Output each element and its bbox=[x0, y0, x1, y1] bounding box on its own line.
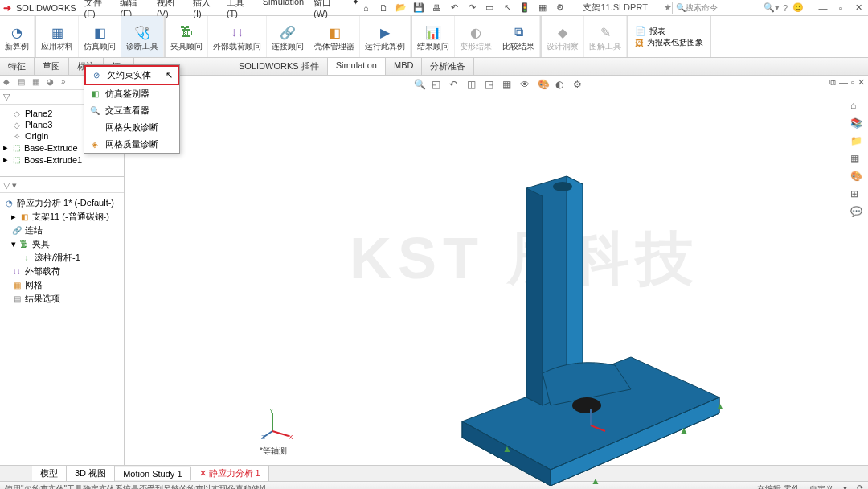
file-explorer-icon[interactable]: 📁 bbox=[850, 135, 865, 150]
svg-text:▲: ▲ bbox=[591, 475, 600, 486]
traffic-icon[interactable]: 🚦 bbox=[518, 2, 531, 14]
doc-close-icon[interactable]: ✕ bbox=[858, 77, 865, 88]
print-icon[interactable]: 🖶 bbox=[430, 2, 443, 14]
property-icon[interactable]: ▤ bbox=[18, 77, 29, 88]
gear-icon[interactable]: ⚙ bbox=[554, 2, 567, 14]
tab-simulation[interactable]: Simulation bbox=[328, 58, 386, 75]
tab-mbd[interactable]: MBD bbox=[386, 58, 422, 75]
tree-boss-extrude[interactable]: ▸⬚Boss-Extrude1 bbox=[2, 154, 122, 166]
graphics-viewport[interactable]: 🔍 ◰ ↶ ◫ ◳ ▦ 👁 🎨 ◐ ⚙ ⧉ — ▫ ✕ KST 辰科技 bbox=[125, 76, 868, 465]
save-icon[interactable]: 💾 bbox=[412, 2, 425, 14]
dropdown-interactive-viewer[interactable]: 🔍交互查看器 bbox=[84, 102, 179, 119]
part-model[interactable]: ▲ ▲ ▲ ▲ bbox=[390, 148, 743, 486]
tab-analysis-prep[interactable]: 分析准备 bbox=[422, 58, 474, 75]
diagnostic-tool-button[interactable]: 🩺诊断工具 bbox=[121, 16, 164, 57]
coordinate-triad[interactable]: Y X Z bbox=[261, 407, 293, 441]
close-icon[interactable]: ✕ bbox=[852, 2, 865, 14]
display-icon[interactable]: ◕ bbox=[47, 77, 58, 88]
section-icon[interactable]: ◫ bbox=[467, 79, 481, 93]
report-button[interactable]: 📄报表 bbox=[635, 26, 703, 37]
minimize-icon[interactable]: — bbox=[817, 2, 829, 14]
filter-row-2[interactable]: ▽ ▾ bbox=[0, 179, 124, 193]
new-doc-icon[interactable]: 🗋 bbox=[377, 2, 390, 14]
user-icon[interactable]: 🙂 bbox=[792, 2, 804, 13]
select-icon[interactable]: ▭ bbox=[483, 2, 496, 14]
tree-fixtures[interactable]: ▾🗜夹具 bbox=[2, 237, 122, 251]
doc-window-controls: ⧉ — ▫ ✕ bbox=[829, 77, 865, 88]
shell-manager-button[interactable]: ◧壳体管理器 bbox=[309, 16, 360, 57]
help-icon[interactable]: ? bbox=[783, 3, 788, 13]
connections-advisor-button[interactable]: 🔗连接顾问 bbox=[267, 16, 309, 57]
tree-connections[interactable]: 🔗连结 bbox=[2, 224, 122, 237]
results-advisor-button[interactable]: 📊结果顾问 bbox=[412, 16, 455, 57]
doc-max-icon[interactable]: ▫ bbox=[851, 77, 854, 88]
svg-text:Y: Y bbox=[269, 407, 274, 414]
resources-icon[interactable]: ⌂ bbox=[850, 100, 865, 114]
appearance-icon[interactable]: 🎨 bbox=[538, 79, 552, 93]
appearances-icon[interactable]: 🎨 bbox=[850, 171, 865, 185]
run-study-button[interactable]: ▶运行此算例 bbox=[360, 16, 411, 57]
open-icon[interactable]: 📂 bbox=[395, 2, 407, 14]
simulation-advisor-button[interactable]: ◧仿真顾问 bbox=[79, 16, 121, 57]
forum-icon[interactable]: 💬 bbox=[850, 206, 865, 220]
dropdown-mesh-quality[interactable]: ◈网格质量诊断 bbox=[84, 136, 179, 153]
maximize-icon[interactable]: ▫ bbox=[834, 2, 847, 14]
undo-icon[interactable]: ↶ bbox=[448, 2, 461, 14]
tab-model[interactable]: 模型 bbox=[32, 466, 67, 481]
status-custom[interactable]: 自定义 bbox=[809, 483, 833, 490]
zoom-fit-icon[interactable]: 🔍 bbox=[414, 79, 428, 93]
compare-results-button[interactable]: ⧉比较结果 bbox=[497, 16, 540, 57]
doc-min-icon[interactable]: — bbox=[839, 77, 848, 88]
search-dropdown-icon[interactable]: 🔍▾ bbox=[764, 2, 780, 13]
scene-icon[interactable]: ◐ bbox=[555, 79, 570, 93]
dropdown-mesh-fail[interactable]: 网格失败诊断 bbox=[84, 119, 179, 136]
status-editing: 在编辑 零件 bbox=[757, 483, 800, 490]
tab-addins[interactable]: SOLIDWORKS 插件 bbox=[231, 58, 328, 75]
grid-icon[interactable]: ▦ bbox=[536, 2, 549, 14]
star-icon[interactable]: ★ bbox=[664, 2, 672, 13]
design-lib-icon[interactable]: 📚 bbox=[850, 117, 865, 132]
dropdown-underconstrained[interactable]: ⊘欠约束实体↖ bbox=[84, 65, 179, 85]
feature-tree-icon[interactable]: ◆ bbox=[3, 77, 14, 88]
tree-part[interactable]: ▸◧支架11 (-普通碳钢-) bbox=[2, 210, 122, 224]
status-units-icon[interactable]: ▾ bbox=[843, 483, 847, 490]
prev-view-icon[interactable]: ↶ bbox=[449, 79, 464, 93]
view-palette-icon[interactable]: ▦ bbox=[850, 153, 865, 167]
tree-loads[interactable]: ↓↓外部载荷 bbox=[2, 265, 122, 278]
tree-study-root[interactable]: ◔静应力分析 1* (-Default-) bbox=[2, 196, 122, 210]
svg-marker-6 bbox=[526, 188, 542, 405]
include-image-button[interactable]: 🖼为报表包括图象 bbox=[635, 37, 703, 48]
doc-dup-icon[interactable]: ⧉ bbox=[829, 77, 836, 88]
expand-icon[interactable]: » bbox=[61, 77, 72, 88]
tab-motion[interactable]: Motion Study 1 bbox=[115, 467, 190, 480]
hide-show-icon[interactable]: 👁 bbox=[520, 79, 534, 93]
display-style-icon[interactable]: ▦ bbox=[502, 79, 517, 93]
tree-results[interactable]: ▤结果选项 bbox=[2, 292, 122, 306]
config-icon[interactable]: ▦ bbox=[32, 77, 43, 88]
external-loads-button[interactable]: ↓↓外部载荷顾问 bbox=[208, 16, 267, 57]
window-controls: — ▫ ✕ bbox=[817, 2, 865, 14]
tree-mesh[interactable]: ▦网格 bbox=[2, 278, 122, 292]
view-settings-icon[interactable]: ⚙ bbox=[573, 79, 588, 93]
orientation-icon[interactable]: ◳ bbox=[485, 79, 499, 93]
plot-tools-button[interactable]: ✎图解工具 bbox=[584, 16, 627, 57]
new-study-button[interactable]: ◔新算例 bbox=[0, 16, 35, 57]
tab-sketch[interactable]: 草图 bbox=[35, 58, 69, 75]
design-insight-button[interactable]: ◆设计洞察 bbox=[542, 16, 584, 57]
redo-icon[interactable]: ↷ bbox=[465, 2, 478, 14]
cursor-icon[interactable]: ↖ bbox=[501, 2, 514, 14]
tab-static[interactable]: ✕ 静应力分析 1 bbox=[191, 466, 269, 481]
task-pane-tabs: ⌂ 📚 📁 ▦ 🎨 ⊞ 💬 bbox=[850, 100, 865, 220]
search-input[interactable]: 🔍 搜索命令 bbox=[672, 2, 760, 14]
tab-features[interactable]: 特征 bbox=[0, 58, 35, 75]
home-icon[interactable]: ⌂ bbox=[359, 2, 372, 14]
custom-props-icon[interactable]: ⊞ bbox=[850, 188, 865, 203]
status-rebuild-icon[interactable]: ⟳ bbox=[857, 483, 863, 490]
apply-material-button[interactable]: ▦应用材料 bbox=[36, 16, 79, 57]
fixture-advisor-button[interactable]: 🗜夹具顾问 bbox=[166, 16, 208, 57]
deformed-result-button[interactable]: ◐变形结果 bbox=[455, 16, 497, 57]
dropdown-sim-evaluator[interactable]: ◧仿真鉴别器 bbox=[84, 85, 179, 102]
tab-3d-view[interactable]: 3D 视图 bbox=[67, 466, 115, 481]
tree-fixture-1[interactable]: ↕滚柱/滑杆-1 bbox=[2, 251, 122, 265]
zoom-area-icon[interactable]: ◰ bbox=[432, 79, 446, 93]
